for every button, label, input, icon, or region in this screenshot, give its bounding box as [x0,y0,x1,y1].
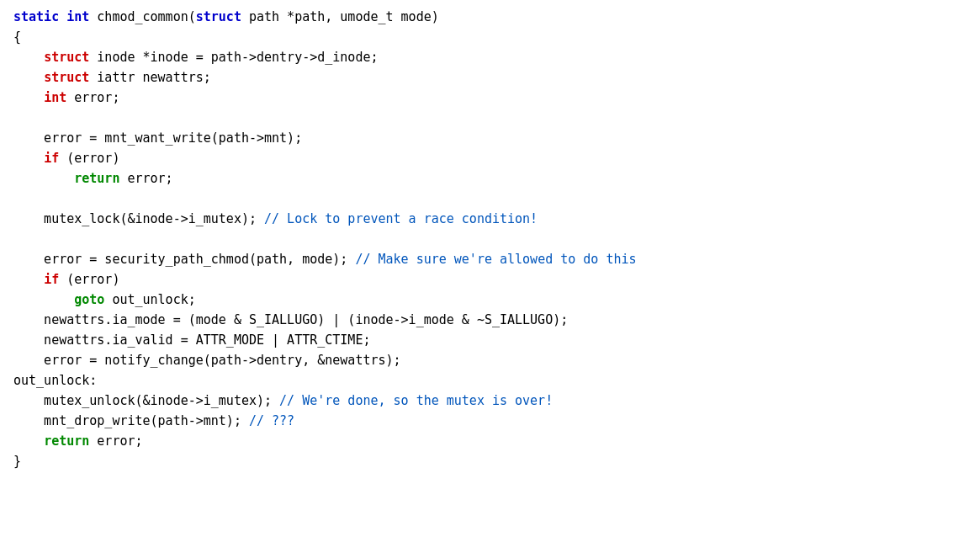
code-token [13,433,44,449]
code-token: iattr newattrs; [89,70,211,85]
code-token: return [74,171,119,186]
code-token: // Lock to prevent a race condition! [264,211,538,226]
code-line: error = security_path_chmod(path, mode);… [13,252,637,267]
code-line: newattrs.ia_valid = ATTR_MODE | ATTR_CTI… [13,332,370,348]
code-token: error; [66,90,119,105]
code-line: int error; [13,90,119,105]
code-token: { [13,29,21,45]
code-token [13,151,44,166]
code-line: } [13,454,21,469]
code-token: // We're done, so the mutex is over! [279,393,553,408]
code-token: error = mnt_want_write(path->mnt); [13,130,302,146]
code-token [13,70,44,85]
code-token: struct [196,9,241,24]
code-block: static int chmod_common(struct path *pat… [13,7,967,471]
code-token [13,272,44,287]
code-token: (error) [59,151,119,166]
code-token [13,90,44,105]
code-token: error; [89,433,142,449]
code-line: if (error) [13,151,119,166]
code-container: static int chmod_common(struct path *pat… [0,0,980,537]
code-token [13,50,44,65]
code-token: (error) [59,272,119,287]
code-line: { [13,29,21,45]
code-token: goto [74,292,104,307]
code-token: mnt_drop_write(path->mnt); [13,413,249,428]
code-token: out_unlock; [104,292,195,307]
code-token: // ??? [249,413,294,428]
code-line: out_unlock: [13,373,97,388]
code-token: error = notify_change(path->dentry, &new… [13,353,401,368]
code-token: newattrs.ia_valid = ATTR_MODE | ATTR_CTI… [13,332,370,348]
code-token: // Make sure we're allowed to do this [355,252,636,267]
code-line: error = notify_change(path->dentry, &new… [13,353,401,368]
code-token [13,292,74,307]
code-line: static int chmod_common(struct path *pat… [13,9,439,24]
code-token: static int [13,9,89,24]
code-token: newattrs.ia_mode = (mode & S_IALLUGO) | … [13,312,568,327]
code-token [13,171,74,186]
code-line: return error; [13,171,173,186]
code-token: int [44,90,66,105]
code-token: path *path, umode_t mode) [241,9,439,24]
code-token: if [44,151,59,166]
code-token: } [13,454,21,469]
code-token: mutex_unlock(&inode->i_mutex); [13,393,279,408]
code-line: struct iattr newattrs; [13,70,211,85]
code-line: newattrs.ia_mode = (mode & S_IALLUGO) | … [13,312,568,327]
code-token: inode *inode = path->dentry->d_inode; [89,50,378,65]
code-token: struct [44,50,89,65]
code-token: chmod_common( [89,9,195,24]
code-line: goto out_unlock; [13,292,196,307]
code-token: mutex_lock(&inode->i_mutex); [13,211,264,226]
code-token: out_unlock: [13,373,97,388]
code-line: mutex_unlock(&inode->i_mutex); // We're … [13,393,553,408]
code-token: return [44,433,89,449]
code-token: if [44,272,59,287]
code-line: if (error) [13,272,119,287]
code-line: error = mnt_want_write(path->mnt); [13,130,302,146]
code-token: error; [119,171,172,186]
code-token: struct [44,70,89,85]
code-line: mnt_drop_write(path->mnt); // ??? [13,413,294,428]
code-line: struct inode *inode = path->dentry->d_in… [13,50,378,65]
code-token: error = security_path_chmod(path, mode); [13,252,355,267]
code-line: mutex_lock(&inode->i_mutex); // Lock to … [13,211,538,226]
code-line: return error; [13,433,143,449]
